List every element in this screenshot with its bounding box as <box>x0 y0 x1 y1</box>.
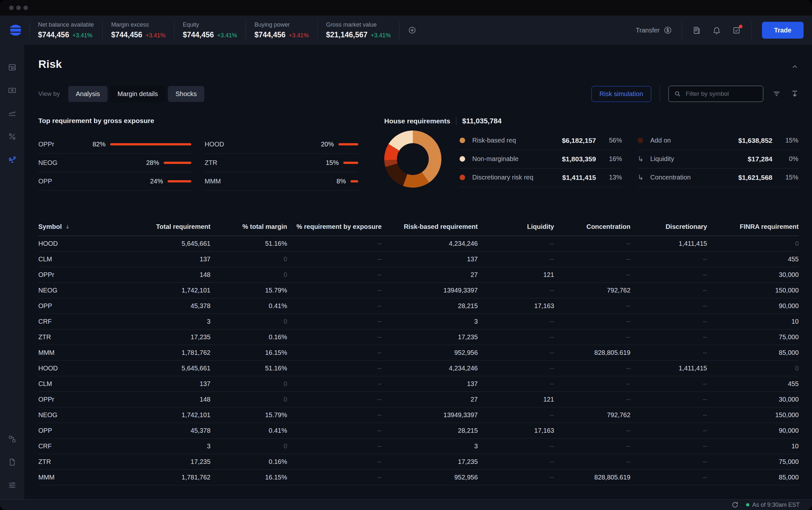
table-cell: ZTR <box>38 330 97 345</box>
add-metric-button[interactable] <box>408 26 416 34</box>
sidebar-item-percent[interactable] <box>8 132 17 141</box>
metric-value: $744,456 <box>254 31 286 39</box>
sidebar-item-sliders[interactable] <box>8 481 17 489</box>
column-header-risk-based-requirement[interactable]: Risk-based requirement <box>382 223 478 236</box>
table-row[interactable]: CLM1370--137------455 <box>38 251 799 267</box>
tab-shocks[interactable]: Shocks <box>168 86 204 102</box>
legend-value: $1,638,852 <box>738 137 772 145</box>
exposure-chart: Top requirement by gross exposure OPPr82… <box>38 117 358 190</box>
table-cell: -- <box>631 251 707 267</box>
table-row[interactable]: OPPr1480--27121----30,000 <box>38 392 799 408</box>
collapse-panel-button[interactable] <box>790 62 799 71</box>
exposure-row-opp: OPP24% <box>38 172 191 190</box>
window-control-dot[interactable] <box>9 5 13 10</box>
sidebar-item-document[interactable] <box>8 458 17 467</box>
table-cell: 0.41% <box>210 423 287 438</box>
column-header-requirement-by-exposure[interactable]: % requirement by exposure <box>287 223 382 236</box>
tab-analysis[interactable]: Analysis <box>68 86 107 102</box>
table-cell: 45,378 <box>97 423 210 438</box>
table-row[interactable]: MMM1,781,76216.15%--952,956--828,805.619… <box>38 345 799 361</box>
risk-simulation-button[interactable]: Risk simulation <box>591 86 651 102</box>
window-control-dot[interactable] <box>16 5 21 10</box>
table-row[interactable]: HOOD5,645,66151.16%--4,234,246----1,411,… <box>38 236 799 251</box>
table-cell: 75,000 <box>707 330 799 345</box>
exposure-symbol: OPP <box>38 178 52 185</box>
table-row[interactable]: NEOG1,742,10115.79%--13949,3397--792,762… <box>38 283 799 298</box>
table-row[interactable]: ZTR17,2350.16%--17,235------75,000 <box>38 454 799 470</box>
sidebar-item-dashboard[interactable] <box>8 63 17 72</box>
metric-change: +3.41% <box>289 32 309 39</box>
app-window: Net balance available$744,456+3.41%Margi… <box>0 0 812 510</box>
notifications-button[interactable] <box>712 26 721 35</box>
exposure-percent: 24% <box>150 178 163 185</box>
donut-chart <box>384 130 441 188</box>
table-cell: 5,645,661 <box>97 361 210 376</box>
sidebar-item-nodes[interactable] <box>8 435 17 444</box>
transfer-button[interactable]: Transfer <box>636 26 672 34</box>
table-cell: -- <box>287 423 382 438</box>
table-cell: -- <box>631 314 707 329</box>
tasks-button[interactable] <box>732 26 741 35</box>
column-header-symbol[interactable]: Symbol <box>38 223 97 236</box>
table-cell: -- <box>631 330 707 345</box>
symbol-filter-input[interactable] <box>685 90 758 98</box>
table-cell: 30,000 <box>707 267 799 282</box>
sidebar-item-balance[interactable] <box>8 155 17 164</box>
money-icon <box>8 86 17 95</box>
window-control-dot[interactable] <box>23 5 28 10</box>
column-header-concentration[interactable]: Concentration <box>554 223 631 236</box>
table-cell: 16.15% <box>210 345 287 360</box>
column-header-discretionary[interactable]: Discretionary <box>631 223 707 236</box>
column-header-total-requirement[interactable]: Total requirement <box>97 223 210 236</box>
table-cell: 121 <box>478 392 554 407</box>
app-logo-icon[interactable] <box>8 23 23 37</box>
table-row[interactable]: CRF30--3------10 <box>38 439 799 454</box>
legend-value: $1,411,415 <box>562 174 596 181</box>
status-bar: As of 9:30am EST <box>0 499 812 510</box>
table-cell: -- <box>554 361 631 376</box>
metric-change: +3.41% <box>217 32 237 39</box>
tab-margin-details[interactable]: Margin details <box>110 86 166 102</box>
table-row[interactable]: NEOG1,742,10115.79%--13949,3397--792,762… <box>38 408 799 423</box>
table-row[interactable]: MMM1,781,76216.15%--952,956--828,805.619… <box>38 470 799 485</box>
sidebar-item-money[interactable] <box>8 86 17 95</box>
table-row[interactable]: HOOD5,645,66151.16%--4,234,246----1,411,… <box>38 361 799 376</box>
exposure-percent: 15% <box>326 159 339 167</box>
exposure-chart-title: Top requirement by gross exposure <box>38 117 358 125</box>
window-titlebar <box>0 0 812 16</box>
table-cell: 1,742,101 <box>97 408 210 423</box>
refresh-button[interactable] <box>731 501 739 509</box>
table-cell: -- <box>287 470 382 485</box>
table-cell: -- <box>631 345 707 360</box>
download-button[interactable] <box>790 90 799 98</box>
table-cell: 85,000 <box>707 345 799 360</box>
exposure-symbol: OPPr <box>38 141 54 148</box>
legend-label: Non-marginable <box>472 155 518 163</box>
table-cell: OPP <box>38 423 97 438</box>
table-cell: -- <box>287 314 382 329</box>
exposure-row-oppr: OPPr82% <box>38 135 191 154</box>
table-cell: -- <box>478 408 554 423</box>
table-row[interactable]: OPPr1480--27121----30,000 <box>38 267 799 283</box>
column-header-finra-requirement[interactable]: FINRA requirement <box>707 223 799 236</box>
metric-change: +3.41% <box>72 32 93 39</box>
column-header-total-margin[interactable]: % total margin <box>210 223 287 236</box>
news-button[interactable] <box>693 26 701 35</box>
column-header-liquidity[interactable]: Liquidity <box>478 223 554 236</box>
table-row[interactable]: CLM1370--137------455 <box>38 376 799 392</box>
table-cell: -- <box>478 236 554 251</box>
filter-button[interactable] <box>772 90 781 98</box>
symbol-filter[interactable] <box>668 86 763 102</box>
table-row[interactable]: ZTR17,2350.16%--17,235------75,000 <box>38 330 799 345</box>
table-row[interactable]: OPP45,3780.41%--28,21517,163----90,000 <box>38 423 799 439</box>
exposure-symbol: HOOD <box>205 141 224 148</box>
exposure-bar <box>164 162 191 164</box>
table-row[interactable]: OPP45,3780.41%--28,21517,163----90,000 <box>38 298 799 314</box>
exposure-percent: 8% <box>337 178 346 185</box>
sidebar-item-line-chart[interactable] <box>8 109 17 118</box>
trade-button[interactable]: Trade <box>762 22 804 39</box>
table-row[interactable]: CRF30--3------10 <box>38 314 799 330</box>
dollar-coin-icon <box>664 26 672 34</box>
table-cell: -- <box>478 251 554 267</box>
table-cell: 150,000 <box>707 408 799 423</box>
